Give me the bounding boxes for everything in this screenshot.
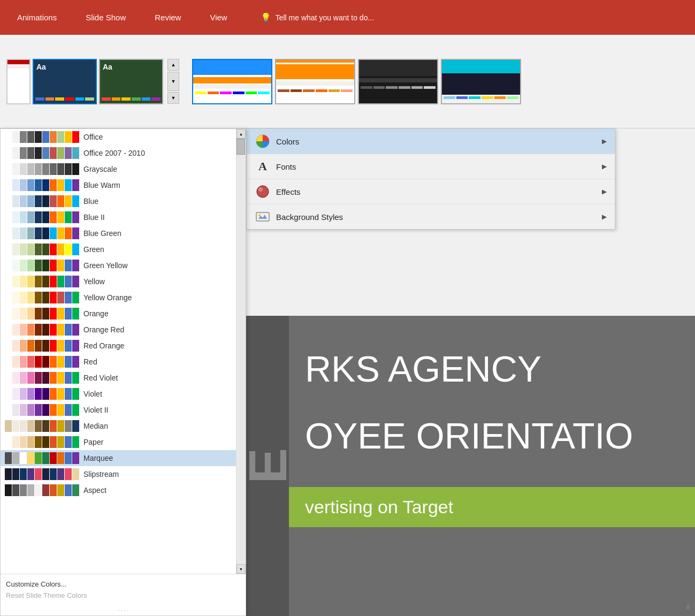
swatch	[65, 292, 72, 303]
swatch	[50, 276, 57, 287]
swatch	[5, 292, 12, 303]
color-item-violet-ii[interactable]: Violet II	[1, 402, 236, 418]
theme-scroll-more[interactable]: ▼	[167, 72, 179, 91]
menu-item-fonts[interactable]: A Fonts ▶	[247, 154, 615, 179]
swatch	[12, 324, 19, 336]
color-item-orange[interactable]: Orange	[1, 306, 236, 322]
resize-handle[interactable]: ⠿	[686, 605, 690, 611]
slide-letter-bar: E	[246, 316, 289, 616]
theme-scroll-down[interactable]: ▼	[167, 92, 179, 104]
color-item-paper[interactable]: Paper	[1, 434, 236, 450]
swatch	[50, 340, 57, 352]
color-item-violet[interactable]: Violet	[1, 386, 236, 402]
swatch	[57, 260, 64, 271]
swatch	[57, 211, 64, 223]
scroll-down-btn[interactable]: ▼	[236, 564, 246, 574]
swatch	[20, 388, 27, 400]
swatch	[5, 388, 12, 400]
colors-icon	[255, 133, 271, 149]
scroll-track[interactable]	[236, 139, 246, 564]
color-item-orange-red[interactable]: Orange Red	[1, 322, 236, 338]
color-item-slipstream[interactable]: Slipstream	[1, 466, 236, 482]
swatch	[42, 211, 49, 223]
theme-thumb-blue[interactable]: Aa	[33, 59, 97, 104]
color-item-green-yellow[interactable]: Green Yellow	[1, 257, 236, 273]
swatch	[57, 324, 64, 336]
color-theme-name: Slipstream	[83, 470, 119, 478]
swatch	[20, 227, 27, 239]
color-item-aspect[interactable]: Aspect	[1, 482, 236, 498]
swatch	[50, 211, 57, 223]
color-item-green[interactable]: Green	[1, 241, 236, 257]
swatch	[20, 276, 27, 287]
scroll-thumb[interactable]	[236, 139, 245, 155]
color-theme-name: Red	[83, 358, 97, 366]
color-item-grayscale[interactable]: Grayscale	[1, 161, 236, 177]
theme-thumb-orange-stripe[interactable]	[275, 59, 355, 104]
theme-thumb-small[interactable]	[6, 59, 30, 104]
theme-scroll-up[interactable]: ▲	[167, 59, 179, 71]
swatch	[57, 436, 64, 448]
color-item-median[interactable]: Median	[1, 418, 236, 434]
tab-review[interactable]: Review	[148, 9, 187, 26]
menu-item-background[interactable]: Background Styles ▶	[247, 204, 615, 229]
color-theme-name: Office 2007 - 2010	[83, 149, 145, 157]
swatch	[35, 452, 42, 464]
color-item-office-2007---2010[interactable]: Office 2007 - 2010	[1, 145, 236, 161]
swatch	[50, 292, 57, 303]
swatch	[12, 227, 19, 239]
search-placeholder[interactable]: Tell me what you want to do...	[276, 13, 374, 22]
swatch	[65, 484, 72, 496]
swatch	[12, 292, 19, 303]
tab-animations[interactable]: Animations	[11, 9, 63, 26]
menu-item-colors[interactable]: Colors ▶	[247, 129, 615, 154]
swatch	[50, 452, 57, 464]
tab-slideshow[interactable]: Slide Show	[79, 9, 132, 26]
color-item-red-orange[interactable]: Red Orange	[1, 338, 236, 354]
swatch	[50, 147, 57, 159]
swatch	[27, 484, 34, 496]
theme-thumb-blue-stripe[interactable]	[192, 59, 272, 104]
swatch	[65, 324, 72, 336]
swatch	[12, 372, 19, 384]
swatch	[50, 324, 57, 336]
tab-view[interactable]: View	[203, 9, 233, 26]
swatch	[57, 340, 64, 352]
color-item-marquee[interactable]: Marquee	[1, 450, 236, 466]
swatch	[57, 452, 64, 464]
swatch	[5, 147, 12, 159]
color-item-red[interactable]: Red	[1, 354, 236, 370]
color-item-yellow[interactable]: Yellow	[1, 273, 236, 290]
scroll-up-btn[interactable]: ▲	[236, 129, 246, 139]
swatch	[35, 340, 42, 352]
color-item-blue[interactable]: Blue	[1, 193, 236, 209]
swatch	[65, 147, 72, 159]
customize-colors-link[interactable]: Customize Colors...	[6, 579, 240, 590]
swatch	[27, 244, 34, 255]
color-theme-name: Median	[83, 422, 108, 430]
swatch	[27, 436, 34, 448]
swatch	[27, 420, 34, 432]
color-item-yellow-orange[interactable]: Yellow Orange	[1, 290, 236, 306]
swatch	[57, 163, 64, 175]
swatch	[35, 163, 42, 175]
color-item-blue-ii[interactable]: Blue II	[1, 209, 236, 225]
swatch	[57, 388, 64, 400]
swatch	[72, 163, 79, 175]
menu-item-effects[interactable]: Effects ▶	[247, 179, 615, 204]
swatch	[5, 163, 12, 175]
color-item-red-violet[interactable]: Red Violet	[1, 370, 236, 386]
theme-thumb-teal[interactable]	[441, 59, 521, 104]
color-theme-name: Orange Red	[83, 325, 124, 334]
slide-content: RKS AGENCY OYEE ORIENTATIO vertising on …	[289, 316, 695, 616]
color-theme-name: Marquee	[83, 454, 113, 462]
color-item-blue-green[interactable]: Blue Green	[1, 225, 236, 241]
color-item-office[interactable]: Office	[1, 129, 236, 145]
theme-thumb-green[interactable]: Aa	[99, 59, 163, 104]
slide-preview: E RKS AGENCY OYEE ORIENTATIO vertising o…	[246, 316, 695, 616]
swatch	[12, 420, 19, 432]
swatch	[72, 452, 79, 464]
colors-arrow: ▶	[602, 138, 607, 145]
theme-thumb-dark-stripe[interactable]	[358, 59, 438, 104]
color-item-blue-warm[interactable]: Blue Warm	[1, 177, 236, 193]
